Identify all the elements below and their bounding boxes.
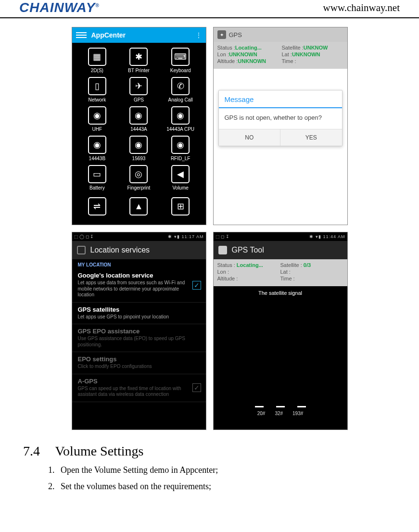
app-icon: ✈ xyxy=(129,77,148,95)
appcenter-title: AppCenter xyxy=(91,31,126,39)
settings-list: Google's location serviceLet apps use da… xyxy=(72,268,206,402)
kv-value: UNKNOW xyxy=(304,45,328,51)
app-label: 14443A CPU xyxy=(162,127,199,132)
app-item[interactable]: ✈GPS xyxy=(120,76,157,102)
app-item[interactable]: ▲ xyxy=(120,196,157,216)
screenshot-location-services: ⬚ ◯ ◻ ↧ ✱ ▾▮ 11:17 AM Location services … xyxy=(72,232,206,430)
kv-pair: Status : Locating... xyxy=(217,262,280,268)
app-icon: ✱ xyxy=(129,48,148,66)
app-label: 14443A xyxy=(120,127,157,132)
kv-value: Locating... xyxy=(237,262,263,268)
kv-key: Time : xyxy=(280,276,295,281)
app-item[interactable]: ✱BT Printer xyxy=(120,47,157,73)
kv-key: Status : xyxy=(217,262,237,268)
setting-desc: GPS can speed up the fixed time of locat… xyxy=(78,386,187,398)
section-number: 7.4 xyxy=(23,443,52,459)
kv-key: Status : xyxy=(217,45,235,51)
screenshot-gps-dialog: ✦ GPS Status : Locating...Satellite : UN… xyxy=(213,27,348,225)
screenshot-gps-tool: ⬚ ◻ ↧ ✱ ▾▮ 11:44 AM GPS Tool Status : Lo… xyxy=(213,232,348,430)
app-item[interactable]: ◉UHF xyxy=(79,105,116,132)
step-item: Open the Volume Setting demo in Appcente… xyxy=(57,462,400,478)
app-item[interactable]: ◉RFID_LF xyxy=(162,135,199,161)
checkbox: ✓ xyxy=(192,383,201,392)
app-icon: ⌨ xyxy=(171,48,190,66)
app-label: Analog Call xyxy=(162,97,199,102)
kv-key: Altitude : xyxy=(217,276,238,281)
app-item[interactable]: ◉15693 xyxy=(120,135,157,161)
status-bar: ⬚ ◻ ↧ ✱ ▾▮ 11:44 AM xyxy=(214,232,347,241)
overflow-menu-icon[interactable]: ⋮ xyxy=(196,32,202,38)
signal-bar xyxy=(297,406,306,407)
app-icon: ⇌ xyxy=(88,197,106,215)
app-item[interactable]: ▦2D(S) xyxy=(79,47,116,73)
appcenter-header: AppCenter ⋮ xyxy=(72,27,206,43)
app-item[interactable]: ▭Battery xyxy=(79,164,116,190)
gps-tool-header: GPS Tool xyxy=(214,241,347,259)
app-item[interactable]: ◉14443A CPU xyxy=(162,105,199,132)
yes-button[interactable]: YES xyxy=(280,129,342,146)
hamburger-icon[interactable] xyxy=(76,31,87,39)
setting-desc: Let apps use data from sources such as W… xyxy=(78,280,187,298)
kv-value: UNKNOWN xyxy=(229,51,257,57)
app-item[interactable]: ◀Volume xyxy=(162,164,199,190)
setting-title: GPS satellites xyxy=(78,306,187,313)
status-bar: ⬚ ◯ ◻ ↧ ✱ ▾▮ 11:17 AM xyxy=(72,232,206,241)
app-label: BT Printer xyxy=(120,68,157,73)
app-item[interactable]: ▯Network xyxy=(79,76,116,102)
kv-pair: Status : Locating... xyxy=(217,45,279,51)
app-item[interactable]: ◉14443B xyxy=(79,135,116,161)
section-heading: 7.4 Volume Settings xyxy=(23,443,400,459)
signal-bar-label: 20# xyxy=(257,411,266,416)
app-label: Keyboard xyxy=(162,68,199,73)
gps-icon: ✦ xyxy=(217,30,226,39)
section-title: Volume Settings xyxy=(55,443,144,458)
app-item[interactable]: ◉14443A xyxy=(120,105,157,132)
no-button[interactable]: NO xyxy=(219,129,281,146)
kv-pair: Lon : xyxy=(217,269,280,275)
kv-pair: Satellite : 0/3 xyxy=(280,262,343,268)
app-label: UHF xyxy=(79,127,116,132)
checkbox[interactable]: ✓ xyxy=(192,281,201,290)
app-label: Volume xyxy=(162,185,199,190)
satellite-signal-area: 20#32#193# xyxy=(214,298,347,418)
kv-key: Lon : xyxy=(217,51,229,57)
app-item[interactable]: ◎Fingerprint xyxy=(120,164,157,190)
setting-item[interactable]: GPS satellitesLet apps use GPS to pinpoi… xyxy=(72,303,206,325)
step-item: Set the volumes based on the requirement… xyxy=(57,478,400,494)
dialog-body: GPS is not open, whether to open? xyxy=(219,108,342,129)
signal-bar xyxy=(255,406,264,407)
app-icon: ▭ xyxy=(88,165,106,183)
signal-labels: 20#32#193# xyxy=(214,411,347,416)
gps-header: ✦ GPS xyxy=(214,27,347,42)
signal-bar-label: 32# xyxy=(275,411,283,416)
app-item[interactable]: ✆Analog Call xyxy=(162,76,199,102)
brand-logo: CHAINWAY® xyxy=(19,0,100,15)
gps-tool-status-block: Status : Locating...Satellite : 0/3Lon :… xyxy=(214,259,347,286)
app-icon: ▯ xyxy=(88,77,106,95)
signal-bar xyxy=(276,406,285,407)
app-item[interactable]: ⌨Keyboard xyxy=(162,47,199,73)
back-icon[interactable] xyxy=(77,246,86,254)
satellite-signal-title: The satellite signal xyxy=(214,286,347,298)
kv-pair: Lat : UNKNOWN xyxy=(282,51,343,57)
kv-value: UNKNOWN xyxy=(238,58,266,64)
gps-tool-title: GPS Tool xyxy=(232,246,264,254)
setting-item: A-GPSGPS can speed up the fixed time of … xyxy=(72,374,206,402)
kv-pair: Lat : xyxy=(280,269,343,275)
app-icon: ◎ xyxy=(129,165,148,183)
setting-title: GPS EPO assistance xyxy=(78,328,187,335)
setting-item[interactable]: Google's location serviceLet apps use da… xyxy=(72,268,206,303)
app-icon: ⊞ xyxy=(171,197,190,215)
app-item[interactable]: ⊞ xyxy=(162,196,199,216)
app-label: Network xyxy=(79,97,116,102)
setting-title: A-GPS xyxy=(78,378,187,385)
setting-desc: Let apps use GPS to pinpoint your locati… xyxy=(78,314,187,320)
app-label: 2D(S) xyxy=(79,68,116,73)
app-icon: ◉ xyxy=(129,106,148,125)
app-icon: ✆ xyxy=(171,77,190,95)
gps-header-title: GPS xyxy=(229,31,242,38)
steps-list: Open the Volume Setting demo in Appcente… xyxy=(23,462,400,494)
app-item[interactable]: ⇌ xyxy=(79,196,116,216)
status-left: ⬚ ◻ ↧ xyxy=(216,234,229,239)
registered-mark: ® xyxy=(95,3,99,8)
